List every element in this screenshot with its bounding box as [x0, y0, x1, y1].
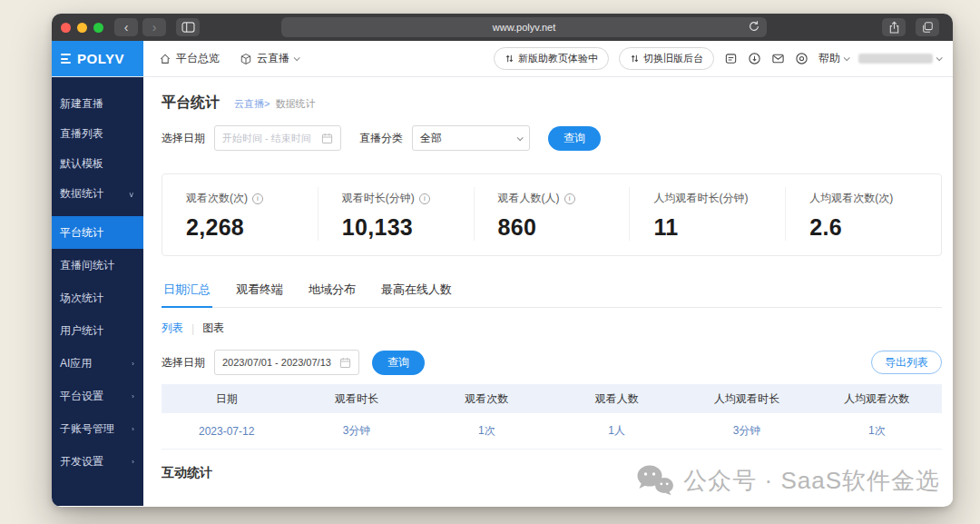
category-select[interactable]: 全部	[412, 125, 530, 151]
breadcrumb-parent[interactable]: 云直播>	[234, 98, 270, 109]
tab-date-summary[interactable]: 日期汇总	[162, 278, 212, 307]
menu-collapse-icon[interactable]	[61, 54, 71, 64]
chevron-expanded-icon: ∨	[128, 190, 134, 198]
page-title: 平台统计	[162, 94, 220, 113]
sidebar-toggle-button[interactable]	[176, 18, 200, 36]
stat-value: 2,268	[186, 214, 318, 241]
switch-arrows-icon	[630, 54, 640, 64]
tab-max-online[interactable]: 最高在线人数	[379, 278, 454, 307]
chevron-right-icon: ›	[132, 360, 134, 368]
stat-value: 11	[653, 214, 785, 241]
close-window-button[interactable]	[61, 23, 71, 33]
watermark: 公众号 · SaaS软件金选	[636, 464, 940, 497]
reload-icon[interactable]	[748, 20, 760, 35]
date-filter-label: 选择日期	[162, 355, 205, 371]
switch-old-version-pill[interactable]: 切换旧版后台	[619, 47, 714, 70]
main-content: 平台统计 云直播> 数据统计 选择日期 开始时间 - 结束时间 直播分类 全部 …	[143, 77, 953, 506]
help-menu[interactable]: 帮助	[818, 51, 848, 66]
stat-view-count: 观看次数(次) 2,268	[162, 187, 318, 241]
date-filter-label: 选择日期	[162, 131, 205, 146]
polyv-logo[interactable]: POLYV	[52, 41, 143, 76]
service-icon	[795, 52, 808, 65]
table-row[interactable]: 2023-07-12 3分钟 1次 1人 3分钟 1次	[162, 413, 942, 450]
stats-summary-card: 观看次数(次) 2,268 观看时长(分钟) 10,133 观看人数(人) 86…	[162, 173, 942, 256]
chart-view-toggle[interactable]: 图表	[202, 321, 224, 336]
date-range-placeholder: 开始时间 - 结束时间	[222, 132, 316, 145]
search-button-2[interactable]: 查询	[372, 351, 425, 375]
chevron-right-icon: ›	[132, 458, 134, 466]
stat-value: 860	[498, 214, 630, 241]
calendar-icon	[339, 357, 351, 369]
date-range-input[interactable]: 开始时间 - 结束时间	[214, 125, 341, 151]
download-icon	[748, 52, 761, 65]
stat-value: 10,133	[342, 214, 474, 241]
cube-icon	[240, 53, 252, 65]
chevron-down-icon	[936, 54, 943, 61]
zoom-window-button[interactable]	[93, 23, 103, 33]
sidebar-item-data-statistics[interactable]: 数据统计∨	[52, 179, 143, 209]
address-bar[interactable]: www.polyv.net	[281, 17, 767, 37]
sidebar-item-subaccount-management[interactable]: 子账号管理›	[52, 412, 143, 445]
browser-window: ‹ › www.polyv.net POLYV	[52, 14, 953, 507]
date-range-input-2[interactable]: 2023/07/01 - 2023/07/13	[214, 350, 359, 375]
url-text: www.polyv.net	[493, 22, 556, 33]
switch-arrows-icon	[505, 54, 514, 64]
sidebar-item-ai-apps[interactable]: AI应用›	[52, 347, 143, 380]
account-name-redacted	[858, 54, 933, 64]
forward-button[interactable]: ›	[142, 18, 166, 36]
minimize-window-button[interactable]	[77, 23, 87, 33]
stat-avg-views: 人均观看次数(次) 2.6	[785, 187, 941, 241]
tab-overview-button[interactable]	[916, 18, 939, 36]
account-menu[interactable]	[858, 54, 941, 64]
share-button[interactable]	[882, 18, 906, 36]
view-mode-toggle: 列表 | 图表	[162, 321, 942, 336]
sidebar-item-new-live[interactable]: 新建直播	[52, 89, 143, 119]
new-assistant-page-pill[interactable]: 新版助教页体验中	[494, 47, 609, 70]
nav-cloud-live[interactable]: 云直播	[240, 51, 299, 66]
sidebar-panel-icon	[181, 22, 195, 33]
info-icon[interactable]	[252, 193, 263, 204]
back-button[interactable]: ‹	[114, 18, 138, 36]
tab-view-terminal[interactable]: 观看终端	[234, 278, 285, 307]
chevron-down-icon	[517, 134, 524, 141]
chevron-right-icon: ›	[132, 392, 134, 400]
export-list-button[interactable]: 导出列表	[871, 351, 942, 374]
nav-platform-overview[interactable]: 平台总览	[159, 51, 220, 66]
stat-value: 2.6	[809, 214, 941, 241]
sidebar-item-live-list[interactable]: 直播列表	[52, 119, 143, 149]
share-icon	[888, 21, 900, 34]
toggle-divider: |	[191, 322, 194, 335]
breadcrumb-current: 数据统计	[276, 98, 316, 109]
sidebar-item-room-statistics[interactable]: 直播间统计	[52, 249, 143, 282]
sidebar-item-platform-settings[interactable]: 平台设置›	[52, 380, 143, 412]
stat-avg-duration: 人均观看时长(分钟) 11	[629, 187, 785, 241]
list-view-toggle[interactable]: 列表	[162, 321, 183, 336]
traffic-lights	[61, 23, 103, 33]
console-button[interactable]	[724, 52, 738, 65]
sidebar-item-user-statistics[interactable]: 用户统计	[52, 314, 143, 347]
calendar-icon	[321, 133, 333, 144]
statistics-tabs: 日期汇总 观看终端 地域分布 最高在线人数	[162, 278, 942, 308]
mail-button[interactable]	[771, 52, 785, 65]
search-button[interactable]: 查询	[548, 126, 601, 151]
sidebar: 新建直播 直播列表 默认模板 数据统计∨ 平台统计 直播间统计 场次统计 用户统…	[52, 77, 143, 506]
info-icon[interactable]	[564, 193, 575, 204]
sidebar-item-session-statistics[interactable]: 场次统计	[52, 282, 143, 314]
service-button[interactable]	[795, 52, 808, 65]
sidebar-item-dev-settings[interactable]: 开发设置›	[52, 445, 143, 478]
download-button[interactable]	[748, 52, 761, 65]
browser-titlebar: ‹ › www.polyv.net	[52, 14, 953, 41]
console-icon	[724, 52, 738, 65]
chevron-down-icon	[294, 54, 300, 61]
category-filter-label: 直播分类	[359, 131, 403, 146]
category-selected-value: 全部	[420, 131, 512, 146]
stat-viewer-count: 观看人数(人) 860	[474, 187, 630, 241]
date-range-value: 2023/07/01 - 2023/07/13	[222, 357, 334, 368]
info-icon[interactable]	[419, 193, 430, 204]
sidebar-item-default-template[interactable]: 默认模板	[52, 149, 143, 179]
table-header-row: 日期 观看时长 观看次数 观看人数 人均观看时长 人均观看次数	[162, 384, 942, 413]
sidebar-item-platform-statistics[interactable]: 平台统计	[52, 216, 143, 249]
date-summary-table: 日期 观看时长 观看次数 观看人数 人均观看时长 人均观看次数 2023-07-…	[162, 384, 942, 450]
home-icon	[159, 53, 172, 65]
tab-region-distribution[interactable]: 地域分布	[307, 278, 358, 307]
